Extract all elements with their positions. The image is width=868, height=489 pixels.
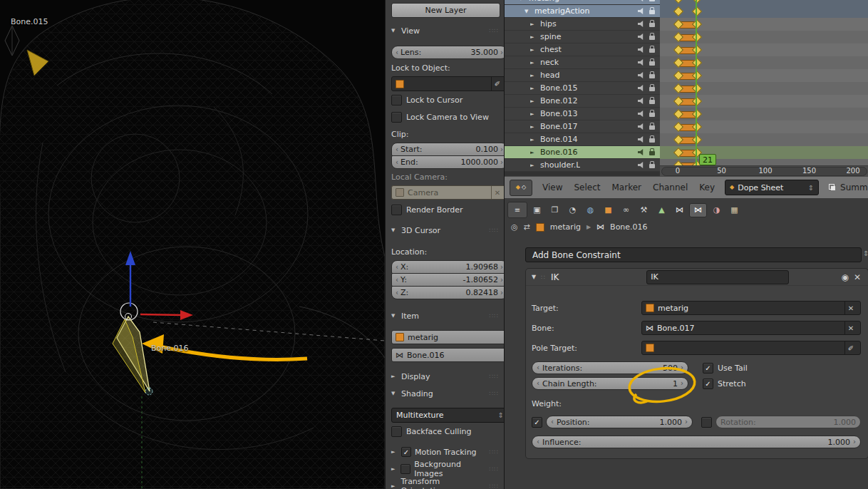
checkbox[interactable] (391, 95, 402, 105)
lock-icon[interactable] (649, 138, 655, 143)
use-tail-checkbox[interactable] (703, 363, 713, 374)
tab-object-data[interactable]: ▲ (653, 204, 670, 217)
menu-select[interactable]: Select (574, 182, 600, 192)
lock-icon[interactable] (649, 36, 655, 40)
lock-icon[interactable] (649, 61, 655, 66)
collapse-icon[interactable]: ▼ (532, 274, 536, 280)
tab-modifiers[interactable]: ⚒ (636, 204, 652, 217)
mute-icon[interactable] (638, 34, 645, 40)
expand-icon[interactable]: ► (530, 21, 537, 27)
lock-to-cursor-toggle[interactable]: Lock to Cursor (391, 95, 499, 105)
mute-icon[interactable] (638, 149, 645, 155)
mute-icon[interactable] (638, 85, 645, 91)
channel-row-shoulder.L[interactable]: ►shoulder.L (505, 159, 660, 172)
tab-constraints[interactable]: ∞ (618, 204, 634, 217)
lock-icon[interactable] (649, 87, 655, 91)
tab-render[interactable]: ▣ (529, 204, 545, 217)
clear-icon[interactable]: ✕ (844, 321, 857, 334)
motion-tracking-panel-header[interactable]: ► Motion Tracking ∷∷ (391, 447, 499, 457)
transform-orientations-panel-header[interactable]: ► Transform Orientations ∷∷ (391, 481, 499, 489)
pole-target-field[interactable]: ✐ (641, 341, 861, 355)
lock-icon[interactable] (649, 0, 655, 1)
view-panel-header[interactable]: ▼ View ∷∷ (391, 26, 499, 36)
lock-object-field[interactable]: ✐ (391, 76, 507, 91)
constraint-name-field[interactable]: IK (646, 270, 789, 284)
tab-world[interactable]: ◍ (582, 204, 599, 217)
mute-icon[interactable] (638, 0, 645, 1)
render-border-toggle[interactable]: Render Border (391, 205, 499, 215)
channel-row-hips[interactable]: ►hips (505, 18, 660, 31)
pin-icon[interactable]: ◎ (511, 222, 518, 232)
backface-culling-toggle[interactable]: Backface Culling (391, 426, 499, 437)
menu-marker[interactable]: Marker (612, 182, 641, 192)
checkbox[interactable] (391, 205, 402, 215)
lock-icon[interactable] (649, 151, 655, 155)
keyframe-diamond[interactable] (673, 6, 683, 16)
lock-icon[interactable] (649, 10, 655, 14)
breadcrumb-object[interactable]: metarig (550, 222, 581, 232)
shading-mode-dropdown[interactable]: Multitexture ⇕ (391, 408, 509, 423)
expand-icon[interactable]: ► (530, 111, 537, 117)
channel-row-metarigAction[interactable]: ▼metarigAction (505, 5, 660, 18)
chain-length-slider[interactable]: ‹ Chain Length: 1 › (532, 377, 688, 390)
increment-icon[interactable]: › (500, 49, 503, 56)
mute-icon[interactable] (638, 162, 645, 168)
editor-type-button[interactable]: ◆ ◇ (510, 180, 532, 196)
visibility-eye-icon[interactable]: ◉ (841, 272, 848, 282)
expand-icon[interactable]: ▼ (519, 0, 526, 1)
lock-icon[interactable] (649, 164, 655, 168)
mute-icon[interactable] (638, 110, 645, 117)
lock-icon[interactable] (649, 100, 655, 104)
mute-icon[interactable] (638, 21, 645, 27)
clip-end-field[interactable]: ‹ End: 1000.000 › (391, 155, 507, 169)
lock-camera-toggle[interactable]: Lock Camera to View (391, 112, 499, 123)
tab-texture[interactable]: ▦ (726, 204, 743, 217)
expand-icon[interactable]: ► (530, 73, 537, 78)
checkbox[interactable] (391, 426, 402, 437)
mute-icon[interactable] (638, 8, 645, 14)
channel-row-metarig[interactable]: ▼metarig (505, 0, 660, 5)
stretch-checkbox[interactable] (703, 379, 713, 389)
mute-icon[interactable] (638, 123, 645, 130)
clear-icon[interactable]: ✕ (844, 302, 857, 314)
tab-object[interactable]: ■ (600, 204, 616, 217)
lock-icon[interactable] (649, 113, 655, 117)
menu-key[interactable]: Key (699, 182, 715, 192)
checkbox[interactable] (401, 447, 411, 457)
channel-row-Bone.017[interactable]: ►Bone.017 (505, 120, 660, 133)
expand-icon[interactable]: ► (530, 137, 537, 143)
cursor-x-field[interactable]: ‹ X: 1.90968 › (391, 260, 507, 274)
mode-selector-dropdown[interactable]: ◆ Dope Sheet ⇕ (725, 180, 819, 195)
influence-slider[interactable]: ‹ Influence: 1.000 › (532, 436, 861, 448)
expand-icon[interactable]: ► (530, 163, 537, 168)
target-field[interactable]: metarig ✕ (641, 301, 861, 315)
channel-row-Bone.013[interactable]: ►Bone.013 (505, 108, 660, 120)
channel-row-Bone.014[interactable]: ►Bone.014 (505, 133, 660, 146)
position-slider[interactable]: ‹ Position: 1.000 › (546, 416, 693, 428)
channel-row-Bone.015[interactable]: ►Bone.015 (505, 82, 660, 95)
channel-row-Bone.016[interactable]: ►Bone.016 (505, 146, 660, 159)
tab-render-layers[interactable]: ❐ (547, 204, 563, 217)
channel-row-neck[interactable]: ►neck (505, 56, 660, 69)
channel-row-chest[interactable]: ►chest (505, 43, 660, 56)
timeline-scrubber[interactable]: 050100150200 (660, 165, 868, 176)
mute-icon[interactable] (638, 46, 645, 53)
item-panel-header[interactable]: ▼ Item ∷∷ (391, 311, 499, 321)
add-bone-constraint-button[interactable]: Add Bone Constraint (525, 247, 862, 262)
keyframe-diamond[interactable] (692, 0, 702, 4)
menu-view[interactable]: View (542, 182, 562, 192)
mute-icon[interactable] (638, 59, 645, 66)
summary-toggle[interactable]: Summary (829, 182, 868, 192)
expand-icon[interactable]: ► (530, 60, 537, 66)
keyframe-diamond[interactable] (673, 0, 683, 4)
editor-type-button[interactable]: ≡ (507, 202, 527, 218)
background-images-panel-header[interactable]: ► Background Images ∷∷ (391, 464, 499, 474)
checkbox[interactable] (391, 112, 402, 123)
expand-icon[interactable]: ► (530, 124, 537, 130)
lock-icon[interactable] (649, 23, 655, 27)
tab-scene[interactable]: ◔ (564, 204, 581, 217)
bone-field[interactable]: ⋈ Bone.017 ✕ (641, 321, 861, 335)
delete-constraint-icon[interactable]: ✕ (854, 272, 862, 282)
decrement-icon[interactable]: ‹ (396, 49, 398, 56)
cursor-panel-header[interactable]: ▼ 3D Cursor ∷∷ (391, 225, 499, 235)
